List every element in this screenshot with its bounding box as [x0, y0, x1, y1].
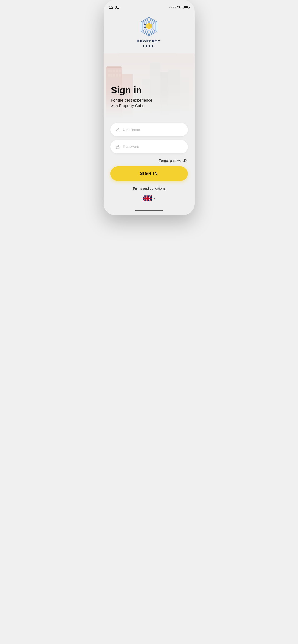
- page-subtitle: For the best experiencewith Property Cub…: [111, 98, 152, 109]
- logo-text: PROPERTY CUBE: [137, 39, 161, 49]
- hero-section: Sign in For the best experiencewith Prop…: [104, 53, 195, 118]
- password-wrapper: [111, 140, 188, 154]
- signal-icon: [169, 7, 176, 8]
- status-time: 12:01: [109, 5, 119, 10]
- svg-rect-37: [143, 198, 152, 199]
- home-indicator: [104, 208, 195, 215]
- wifi-icon: [177, 6, 181, 9]
- page-title: Sign in: [111, 85, 152, 95]
- svg-rect-32: [116, 146, 119, 148]
- logo-area: PROPERTY CUBE: [104, 12, 195, 51]
- uk-flag-icon: [143, 196, 152, 202]
- status-icons: [169, 6, 189, 9]
- username-input[interactable]: [123, 128, 183, 132]
- lock-icon: [115, 144, 120, 149]
- username-wrapper: [111, 123, 188, 136]
- user-icon: [115, 127, 120, 132]
- phone-frame: 12:01: [104, 0, 195, 215]
- password-input[interactable]: [123, 145, 183, 149]
- svg-rect-6: [144, 26, 146, 27]
- language-chevron: ▼: [153, 197, 155, 200]
- terms-link[interactable]: Terms and conditions: [111, 186, 188, 190]
- battery-icon: [183, 6, 189, 9]
- forgot-row: Forgot password?: [111, 157, 188, 166]
- svg-rect-7: [144, 27, 146, 28]
- language-selector[interactable]: ▼: [111, 196, 188, 202]
- hero-text: Sign in For the best experiencewith Prop…: [111, 85, 152, 109]
- sign-in-button[interactable]: SIGN IN: [111, 166, 188, 181]
- form-area: Forgot password? SIGN IN Terms and condi…: [104, 118, 195, 202]
- svg-point-31: [117, 128, 118, 130]
- status-bar: 12:01: [104, 0, 195, 12]
- forgot-password-link[interactable]: Forgot password?: [159, 158, 187, 162]
- svg-rect-5: [144, 24, 146, 25]
- app-logo: [139, 16, 159, 37]
- home-bar: [135, 210, 163, 212]
